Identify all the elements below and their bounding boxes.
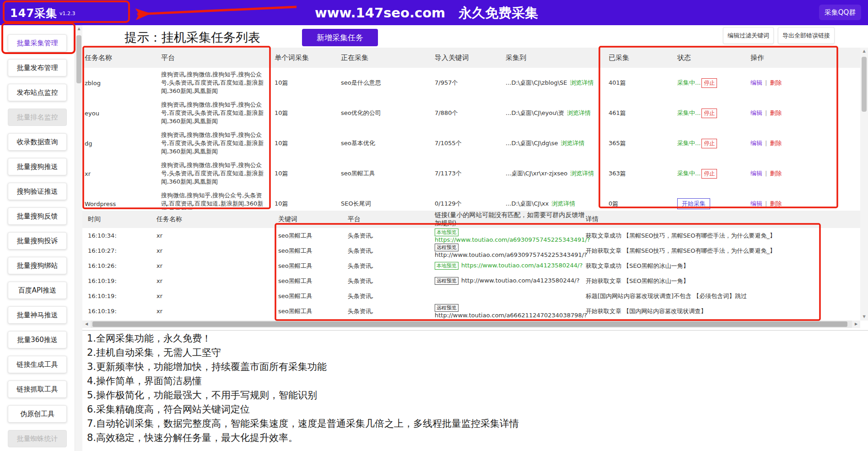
delete-link[interactable]: 删除 xyxy=(770,170,782,177)
save-path-text: ...D:\桌面\CJ\dg\se xyxy=(506,140,558,147)
operation-separator: | xyxy=(765,200,767,207)
task-table-body: zblog搜狗资讯,搜狗微信,搜狗知乎,搜狗公众号,头条资讯,百度资讯,百度知道… xyxy=(82,68,860,210)
new-task-button[interactable]: 新增采集任务 xyxy=(302,29,378,46)
log-time: 16:10:19: xyxy=(88,293,156,299)
sidebar-item-8[interactable]: 批量搜狗反馈 xyxy=(8,207,67,225)
stop-button[interactable]: 停止 xyxy=(701,139,717,148)
start-collect-button[interactable]: 开始采集 xyxy=(677,198,710,209)
sidebar-item-14[interactable]: 链接生成工具 xyxy=(8,356,67,373)
task-per-word-count: 10篇 xyxy=(275,169,341,178)
sidebar-item-13[interactable]: 批量360推送 xyxy=(8,331,67,348)
sidebar-item-1[interactable]: 批量采集管理 xyxy=(8,34,67,52)
article-url[interactable]: http://www.toutiao.com/a4123580244/? xyxy=(461,277,580,284)
export-error-links-button[interactable]: 导出全部错误链接 xyxy=(778,27,835,44)
browse-details-link[interactable]: 浏览详情 xyxy=(570,170,594,177)
task-row: eyou搜狗资讯,搜狗微信,搜狗知乎,搜狗公众号,百度资讯,头条资讯,百度知道,… xyxy=(82,98,860,128)
scroll-up-icon[interactable]: ▲ xyxy=(860,48,868,55)
sidebar-item-7[interactable]: 搜狗验证推送 xyxy=(8,183,67,200)
remote-preview-badge[interactable]: 远程预览 xyxy=(435,244,458,251)
delete-link[interactable]: 删除 xyxy=(770,109,782,116)
browse-details-link[interactable]: 浏览详情 xyxy=(551,200,575,207)
log-keyword: seo黑帽工具 xyxy=(278,247,348,255)
task-per-word-count: 10篇 xyxy=(275,109,341,117)
log-link: 远程预览http://www.toutiao.com/a666211247023… xyxy=(435,304,586,319)
scrollbar-thumb[interactable] xyxy=(76,35,81,83)
task-status: 采集中...停止 xyxy=(677,169,750,179)
edit-link[interactable]: 编辑 xyxy=(750,200,762,207)
article-url[interactable]: http://www.toutiao.com/a6662112470234038… xyxy=(435,312,587,319)
delete-link[interactable]: 删除 xyxy=(770,140,782,147)
article-url[interactable]: https://www.toutiao.com/a693097574522534… xyxy=(435,236,590,243)
sidebar-item-17: 批量蜘蛛统计 xyxy=(8,430,67,447)
log-detail: 获取文章成功 【黑帽SEO技巧，黑帽SEO有哪些手法，为什么要避免_】 xyxy=(586,232,860,240)
browse-details-link[interactable]: 浏览详情 xyxy=(561,140,585,147)
task-table-header-cell: 任务名称 xyxy=(85,54,161,62)
task-save-path: ...D:\桌面\CJ\zblog\SE浏览详情 xyxy=(506,79,609,87)
log-time: 16:10:19: xyxy=(88,277,156,284)
sidebar-item-6[interactable]: 批量搜狗推送 xyxy=(8,158,67,175)
browse-details-link[interactable]: 浏览详情 xyxy=(570,79,594,86)
scrollbar-thumb[interactable] xyxy=(862,57,867,112)
sidebar-item-3[interactable]: 发布站点监控 xyxy=(8,84,67,101)
app-logo-text: 147采集 xyxy=(10,7,57,20)
stop-button[interactable]: 停止 xyxy=(701,169,717,179)
stop-button[interactable]: 停止 xyxy=(701,78,717,88)
operation-separator: | xyxy=(765,140,767,147)
sidebar-item-10[interactable]: 批量搜狗绑站 xyxy=(8,257,67,274)
sidebar-item-16[interactable]: 伪原创工具 xyxy=(8,405,67,423)
edit-link[interactable]: 编辑 xyxy=(750,79,762,86)
task-current-keyword: SEO长尾词 xyxy=(341,200,435,208)
scroll-down-icon[interactable]: ▼ xyxy=(860,313,868,321)
qq-group-button[interactable]: 采集QQ群 xyxy=(819,5,861,20)
sidebar-item-11[interactable]: 百度API推送 xyxy=(8,282,67,299)
scroll-up-icon[interactable]: ▲ xyxy=(75,25,83,33)
task-platforms: 搜狗微信,搜狗知乎,搜狗公众号,头条资讯,百度资讯,百度知道,新浪新闻,360新… xyxy=(161,191,275,210)
article-url[interactable]: http://www.toutiao.com/a6930975745225343… xyxy=(435,251,587,258)
log-time: 16:10:19: xyxy=(88,308,156,315)
edit-link[interactable]: 编辑 xyxy=(750,109,762,116)
edit-link[interactable]: 编辑 xyxy=(750,170,762,177)
sidebar-item-15[interactable]: 链接抓取工具 xyxy=(8,380,67,398)
delete-link[interactable]: 删除 xyxy=(770,200,782,207)
edit-filter-keywords-button[interactable]: 编辑过滤关键词 xyxy=(723,27,774,44)
sidebar-item-9[interactable]: 批量搜狗投诉 xyxy=(8,232,67,250)
feature-line: 3.更新频率快，功能增加快，持续覆盖市面所有采集功能 xyxy=(87,360,519,374)
task-table-header-cell: 导入关键词 xyxy=(435,54,506,62)
stop-button[interactable]: 停止 xyxy=(701,109,717,118)
delete-link[interactable]: 删除 xyxy=(770,79,782,86)
log-detail: 开始获取文章 【SEO黑帽的冰山一角】 xyxy=(586,277,860,285)
sidebar-item-12[interactable]: 批量神马推送 xyxy=(8,306,67,324)
log-row: 16:10:19:xrseo黑帽工具头条资讯,标题[国内网站内容篡改现状调查]不… xyxy=(82,288,860,304)
content-left-scrollbar[interactable]: ▲ xyxy=(75,25,82,451)
log-detail: 标题[国内网站内容篡改现状调查]不包含 【必须包含词】跳过 xyxy=(586,292,860,300)
task-platforms: 搜狗资讯,搜狗微信,搜狗知乎,搜狗公众号,百度资讯,头条资讯,百度知道,新浪新闻… xyxy=(161,131,275,156)
task-operations: 编辑|删除 xyxy=(750,169,860,178)
scroll-right-icon[interactable]: ▶ xyxy=(852,321,860,328)
task-row: zblog搜狗资讯,搜狗微信,搜狗知乎,搜狗公众号,头条资讯,百度资讯,百度知道… xyxy=(82,68,860,98)
operation-separator: | xyxy=(765,109,767,116)
task-current-keyword: seo是什么意思 xyxy=(341,79,435,87)
sidebar-item-4: 批量排名监控 xyxy=(8,109,67,126)
browse-details-link[interactable]: 浏览详情 xyxy=(567,109,591,116)
remote-preview-badge[interactable]: 远程预览 xyxy=(435,277,458,285)
task-current-keyword: seo黑帽工具 xyxy=(341,169,435,178)
remote-preview-badge[interactable]: 远程预览 xyxy=(435,304,458,312)
local-preview-badge[interactable]: 本地预览 xyxy=(435,228,458,236)
task-name: zblog xyxy=(85,80,161,87)
task-imported-keywords: 7/957个 xyxy=(435,79,506,87)
task-imported-keywords: 7/880个 xyxy=(435,109,506,117)
task-operations: 编辑|删除 xyxy=(750,109,860,117)
table-right-scrollbar[interactable]: ▲ ▼ xyxy=(860,48,868,321)
task-table-header-cell: 正在采集 xyxy=(341,54,435,62)
article-url[interactable]: https://www.toutiao.com/a4123580244/? xyxy=(461,262,582,269)
scroll-left-icon[interactable]: ◀ xyxy=(82,321,91,328)
task-save-path: ...D:\桌面\CJ\dg\se浏览详情 xyxy=(506,139,609,147)
log-keyword: seo黑帽工具 xyxy=(278,232,348,240)
sidebar-item-5[interactable]: 收录数据查询 xyxy=(8,133,67,151)
horizontal-scrollbar[interactable]: ◀ ▶ xyxy=(82,321,860,328)
edit-link[interactable]: 编辑 xyxy=(750,140,762,147)
task-table-header-cell: 平台 xyxy=(161,54,275,62)
local-preview-badge[interactable]: 本地预览 xyxy=(435,262,458,270)
sidebar-item-2[interactable]: 批量发布管理 xyxy=(8,59,67,76)
scrollbar-thumb[interactable] xyxy=(92,321,847,327)
